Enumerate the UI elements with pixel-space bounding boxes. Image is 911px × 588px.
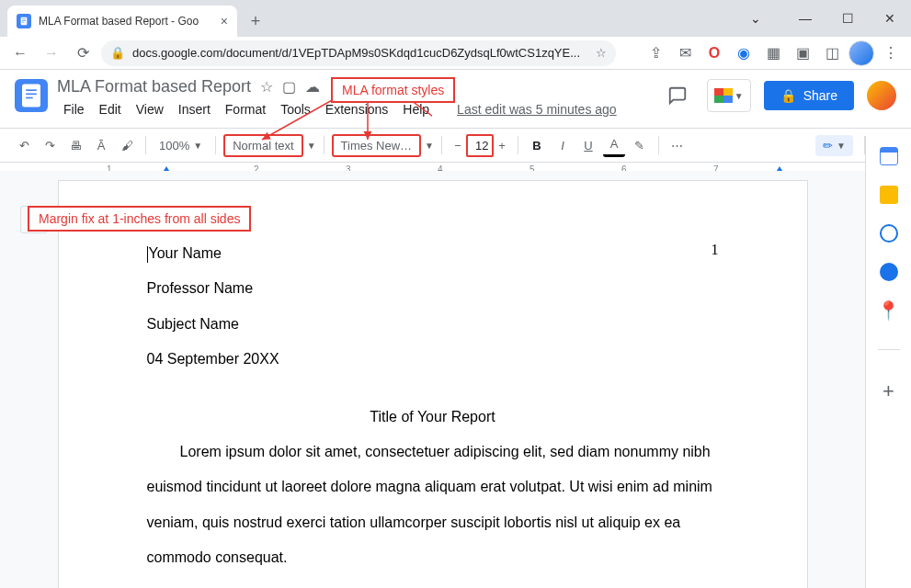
calendar-icon[interactable] xyxy=(880,147,898,165)
shield-icon[interactable]: ◉ xyxy=(731,40,757,66)
chevron-down-icon[interactable]: ▼ xyxy=(307,141,316,151)
side-panel: 📍 + xyxy=(865,136,911,588)
decrease-font-button[interactable]: − xyxy=(450,139,466,153)
mail-icon[interactable]: ✉ xyxy=(672,40,698,66)
print-button[interactable]: 🖶 xyxy=(64,133,86,157)
paragraph-style-dropdown[interactable]: Normal text xyxy=(223,134,302,157)
docs-logo[interactable] xyxy=(15,79,48,112)
document-title[interactable]: MLA Format based Report xyxy=(57,77,251,96)
svg-rect-4 xyxy=(22,85,40,107)
menu-tools[interactable]: Tools xyxy=(274,100,317,119)
star-document-icon[interactable]: ☆ xyxy=(260,78,273,96)
document-canvas: Margin fix at 1-inches from all sides 1 … xyxy=(0,171,865,588)
menu-extensions[interactable]: Extensions xyxy=(319,100,394,119)
share-browser-icon[interactable]: ⇪ xyxy=(643,40,668,66)
extension-icon-2[interactable]: ▣ xyxy=(790,40,815,66)
italic-button[interactable]: I xyxy=(552,133,574,157)
profile-avatar[interactable] xyxy=(848,40,874,66)
new-tab-button[interactable]: + xyxy=(243,8,268,34)
extension-icon-3[interactable]: ◫ xyxy=(819,40,845,66)
spellcheck-button[interactable]: Ā xyxy=(90,133,112,157)
document-page[interactable]: 1 Your Name Professor Name Subject Name … xyxy=(58,180,808,588)
maximize-button[interactable]: ☐ xyxy=(826,5,869,32)
url-text: docs.google.com/document/d/1VEpTDApM9s0S… xyxy=(132,46,588,60)
maps-icon[interactable]: 📍 xyxy=(880,301,898,320)
report-body[interactable]: Lorem ipsum dolor sit amet, consectetuer… xyxy=(147,435,719,576)
lock-icon: 🔒 xyxy=(780,88,796,103)
minimize-button[interactable]: — xyxy=(784,5,826,32)
lock-icon: 🔒 xyxy=(110,46,125,60)
menu-insert[interactable]: Insert xyxy=(172,100,217,119)
menu-format[interactable]: Format xyxy=(219,100,272,119)
browser-tab[interactable]: MLA Format based Report - Goo × xyxy=(7,6,237,37)
browser-address-bar: ← → ⟳ 🔒 docs.google.com/document/d/1VEpT… xyxy=(0,37,911,70)
last-edit-link[interactable]: Last edit was 5 minutes ago xyxy=(450,100,623,119)
docs-favicon xyxy=(17,14,31,28)
menu-file[interactable]: File xyxy=(57,100,91,119)
tab-close-icon[interactable]: × xyxy=(221,14,228,28)
font-size-input[interactable]: 12 xyxy=(466,134,494,157)
comment-history-icon[interactable] xyxy=(661,79,694,112)
opera-icon[interactable]: O xyxy=(701,40,727,66)
tab-title: MLA Format based Report - Goo xyxy=(39,15,213,28)
contacts-icon[interactable] xyxy=(880,263,898,281)
paint-format-button[interactable]: 🖌 xyxy=(116,133,138,157)
font-dropdown[interactable]: Times New… xyxy=(332,134,422,157)
highlight-button[interactable]: ✎ xyxy=(629,133,651,157)
url-field[interactable]: 🔒 docs.google.com/document/d/1VEpTDApM9s… xyxy=(101,40,616,66)
reload-button[interactable]: ⟳ xyxy=(70,40,96,66)
chevron-down-icon[interactable]: ⌄ xyxy=(734,5,777,32)
underline-button[interactable]: U xyxy=(577,133,599,157)
share-button[interactable]: 🔒 Share xyxy=(764,81,854,110)
forward-button[interactable]: → xyxy=(39,40,64,66)
svg-rect-7 xyxy=(26,97,33,99)
svg-rect-2 xyxy=(22,20,26,21)
bold-button[interactable]: B xyxy=(526,133,548,157)
keep-icon[interactable] xyxy=(880,186,898,204)
chevron-down-icon[interactable]: ▼ xyxy=(425,141,434,151)
browser-tab-strip: MLA Format based Report - Goo × + ⌄ — ☐ … xyxy=(0,0,911,37)
menu-bar: File Edit View Insert Format Tools Exten… xyxy=(57,100,652,119)
tasks-icon[interactable] xyxy=(880,224,898,243)
menu-view[interactable]: View xyxy=(130,100,170,119)
svg-rect-1 xyxy=(22,19,26,20)
annotation-mla-styles: MLA format styles xyxy=(331,77,455,103)
doc-line[interactable]: Professor Name xyxy=(147,271,719,306)
svg-rect-6 xyxy=(26,94,37,96)
star-icon[interactable]: ☆ xyxy=(596,46,607,60)
browser-menu-icon[interactable]: ⋮ xyxy=(878,40,904,66)
meet-button[interactable]: ▼ xyxy=(707,79,751,112)
annotation-margin: Margin fix at 1-inches from all sides xyxy=(28,206,251,232)
extension-icon-1[interactable]: ▦ xyxy=(760,40,786,66)
window-controls: ⌄ — ☐ ✕ xyxy=(734,0,911,37)
close-window-button[interactable]: ✕ xyxy=(869,5,911,32)
increase-font-button[interactable]: + xyxy=(494,139,510,153)
undo-button[interactable]: ↶ xyxy=(13,133,35,157)
svg-rect-5 xyxy=(26,89,37,91)
move-icon[interactable]: ▢ xyxy=(282,78,296,96)
text-color-button[interactable]: A xyxy=(603,133,625,157)
doc-line[interactable]: Subject Name xyxy=(147,307,719,342)
report-title[interactable]: Title of Your Report xyxy=(147,400,719,435)
formatting-toolbar: ↶ ↷ 🖶 Ā 🖌 100%▼ Normal text ▼ Times New…… xyxy=(0,128,911,163)
zoom-dropdown[interactable]: 100%▼ xyxy=(154,136,208,155)
svg-rect-3 xyxy=(22,22,25,23)
share-label: Share xyxy=(803,88,837,103)
editing-mode-button[interactable]: ✏ ▼ xyxy=(815,135,853,156)
side-divider xyxy=(878,349,900,350)
menu-edit[interactable]: Edit xyxy=(93,100,128,119)
docs-header: MLA Format based Report ☆ ▢ ☁ File Edit … xyxy=(0,70,911,119)
menu-help[interactable]: Help xyxy=(396,100,436,119)
svg-rect-0 xyxy=(21,17,28,25)
page-number: 1 xyxy=(712,232,719,267)
doc-line[interactable]: 04 September 20XX xyxy=(147,342,719,377)
redo-button[interactable]: ↷ xyxy=(39,133,61,157)
doc-line[interactable]: Your Name xyxy=(147,236,719,271)
more-tools-button[interactable]: ⋯ xyxy=(666,133,689,157)
add-addon-button[interactable]: + xyxy=(883,379,894,403)
back-button[interactable]: ← xyxy=(7,40,33,66)
account-avatar[interactable] xyxy=(867,81,896,110)
cloud-saved-icon: ☁ xyxy=(305,78,320,96)
